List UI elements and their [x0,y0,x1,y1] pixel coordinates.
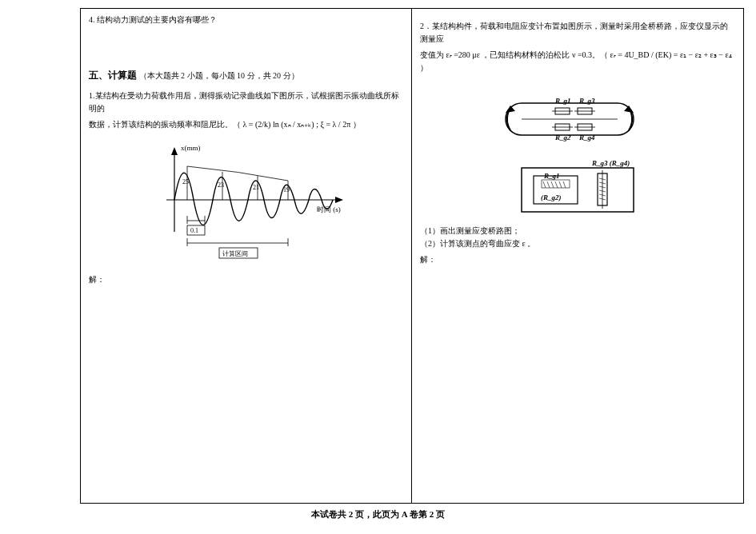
left-column: 4. 结构动力测试的主要内容有哪些？ 五、计算题 （本大题共 2 小题，每小题 … [81,9,412,503]
x-axis-label: 时间 (s) [317,205,341,213]
y-axis-label: x(mm) [181,144,201,152]
beam-figure: R_g1 R_g3 R_g2 R_g4 [482,79,674,151]
question-1-line2: 数据，计算该结构的振动频率和阻尼比。（ λ = (2/k) ln (xₙ / x… [89,118,403,131]
page-footer: 本试卷共 2 页，此页为 A 卷第 2 页 [0,508,756,520]
gauge-label-3: R_g3 [578,97,595,105]
q1-solve-label: 解： [89,273,403,286]
peak-3: 21 [253,184,259,191]
section-5-title: 五、计算题 [89,70,137,81]
peak-1: 25 [182,178,189,185]
box-bot-label: (R_g2) [541,193,562,201]
box-top-label: R_g1 [543,172,560,180]
q2-solve-label: 解： [420,253,735,266]
box-right-label: R_g3 (R_g4) [591,159,630,167]
question-2-sub2: （2）计算该测点的弯曲应变 ε 。 [420,237,735,250]
question-1-line1: 1.某结构在受动力荷载作用后，测得振动记录曲线如下图所示，试根据图示振动曲线所标… [89,90,403,115]
question-4: 4. 结构动力测试的主要内容有哪些？ [89,14,403,26]
gauge-label-1: R_g1 [554,97,571,105]
cross-section-figure: R_g1 (R_g2) R_g3 (R_g4) [498,156,658,220]
svg-marker-1 [171,147,178,155]
gauge-label-4: R_g4 [578,134,595,141]
question-2-line2: 变值为 εᵣ =280 με ，已知结构材料的泊松比 ν =0.3。（ εᵣ =… [420,49,735,74]
right-column: 2．某结构构件，荷载和电阻应变计布置如图所示，测量时采用全桥桥路，应变仪显示的测… [412,9,743,503]
span-label: 计算区间 [222,250,248,257]
section-5-note: （本大题共 2 小题，每小题 10 分，共 20 分） [139,71,299,80]
question-2-line1: 2．某结构构件，荷载和电阻应变计布置如图所示，测量时采用全桥桥路，应变仪显示的测… [420,20,735,46]
peak-4: 19 [283,186,290,193]
gauge-label-2: R_g2 [554,134,571,141]
section-5-header: 五、计算题 （本大题共 2 小题，每小题 10 分，共 20 分） [89,68,403,83]
question-2-sub1: （1）画出测量应变桥路图； [420,225,735,237]
oscillation-figure: x(mm) 时间 (s) 25 23 21 19 [142,136,350,264]
dt-label: 0.1 [190,227,198,234]
peak-2: 23 [218,181,224,189]
exam-page: 4. 结构动力测试的主要内容有哪些？ 五、计算题 （本大题共 2 小题，每小题 … [80,8,744,504]
svg-marker-3 [335,197,343,203]
